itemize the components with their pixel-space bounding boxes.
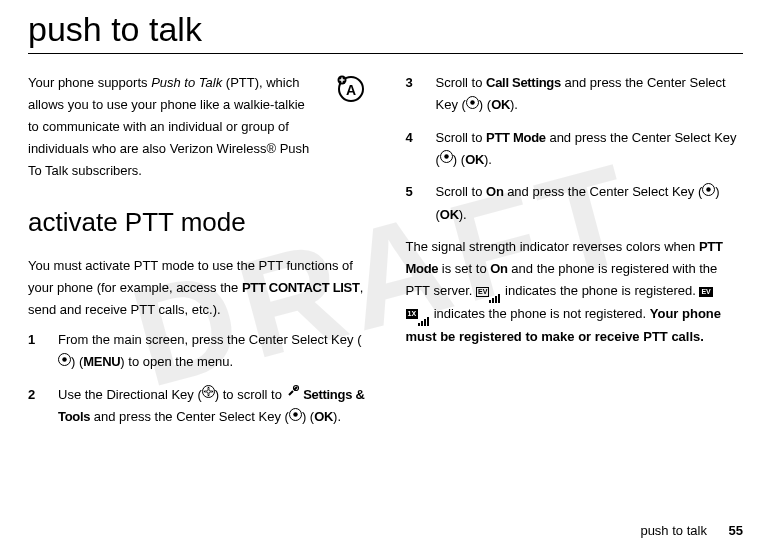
steps-list: 1 From the main screen, press the Center… [28,329,366,429]
ok-label: OK [440,207,459,222]
step-5: 5 Scroll to On and press the Center Sele… [406,181,744,226]
activate-paragraph: You must activate PTT mode to use the PT… [28,255,366,321]
footer-section-name: push to talk [640,523,707,538]
feature-name: Push to Talk [151,75,222,90]
step-number: 1 [28,329,40,374]
text: ). [333,409,341,424]
page-number: 55 [729,523,743,538]
ptt-mode-label: PTT Mode [486,130,546,145]
step-text: Scroll to On and press the Center Select… [436,181,744,226]
text: The signal strength indicator reverses c… [406,239,699,254]
on-label: On [490,261,507,276]
settings-tools-icon [286,383,300,405]
text: and press the Center Select Key ( [90,409,289,424]
svg-point-6 [62,357,66,361]
left-column: Your phone supports Push to Talk (PTT), … [28,72,366,439]
text: (PTT), which allows you to use your phon… [28,75,309,178]
step-text: From the main screen, press the Center S… [58,329,366,374]
text: ). [484,152,492,167]
intro-paragraph: Your phone supports Push to Talk (PTT), … [28,72,318,182]
text: indicates the phone is registered. [505,283,699,298]
content-columns: Your phone supports Push to Talk (PTT), … [28,72,743,439]
text: ). [510,97,518,112]
text: ). [459,207,467,222]
section-heading: activate PTT mode [28,200,366,244]
ok-label: OK [465,152,484,167]
page-title: push to talk [28,10,743,54]
svg-point-13 [470,100,474,104]
text: ) ( [71,354,83,369]
signal-paragraph: The signal strength indicator reverses c… [406,236,744,348]
step-text: Scroll to PTT Mode and press the Center … [436,127,744,172]
directional-key-icon [202,383,215,405]
ok-label: OK [314,409,333,424]
menu-label: MENU [83,354,120,369]
page-footer: push to talk 55 [640,523,743,538]
steps-list-continued: 3 Scroll to Call Settings and press the … [406,72,744,226]
step-number: 4 [406,127,418,172]
step-3: 3 Scroll to Call Settings and press the … [406,72,744,117]
ev-badge-inverse: EV [699,287,712,297]
text: ) ( [453,152,465,167]
step-number: 3 [406,72,418,117]
text: indicates the phone is not registered. [434,306,650,321]
svg-point-8 [206,390,210,394]
step-4: 4 Scroll to PTT Mode and press the Cente… [406,127,744,172]
center-select-key-icon [702,181,715,203]
center-select-key-icon [289,406,302,428]
on-label: On [486,184,503,199]
step-number: 5 [406,181,418,226]
text: is set to [438,261,490,276]
x1-badge-inverse: 1X [406,309,419,319]
text: Your phone supports [28,75,151,90]
signal-bars-icon [489,281,501,303]
text: Use the Directional Key ( [58,387,202,402]
network-feature-icon: A [336,74,366,111]
ev-signal-icon: EV [476,283,501,298]
step-1: 1 From the main screen, press the Center… [28,329,366,374]
step-text: Scroll to Call Settings and press the Ce… [436,72,744,117]
signal-bars-icon [418,303,430,325]
step-number: 2 [28,384,40,429]
svg-point-17 [707,187,711,191]
call-settings-label: Call Settings [486,75,561,90]
step-text: Use the Directional Key () to scroll to … [58,384,366,429]
center-select-key-icon [466,94,479,116]
center-select-key-icon [58,351,71,373]
text: ) to open the menu. [120,354,233,369]
text: ) ( [479,97,491,112]
svg-text:A: A [345,82,355,98]
text: ) to scroll to [215,387,286,402]
text: Scroll to [436,75,487,90]
text: Scroll to [436,130,487,145]
ev-badge: EV [476,287,489,297]
center-select-key-icon [440,148,453,170]
ok-label: OK [491,97,510,112]
svg-point-11 [293,412,297,416]
svg-point-15 [444,155,448,159]
text: and press the Center Select Key ( [504,184,703,199]
text: From the main screen, press the Center S… [58,332,361,347]
text: ) ( [302,409,314,424]
step-2: 2 Use the Directional Key () to scroll t… [28,384,366,429]
right-column: 3 Scroll to Call Settings and press the … [406,72,744,439]
intro-block: Your phone supports Push to Talk (PTT), … [28,72,366,182]
text: Scroll to [436,184,487,199]
ptt-contact-list-label: PTT CONTACT LIST [242,280,360,295]
